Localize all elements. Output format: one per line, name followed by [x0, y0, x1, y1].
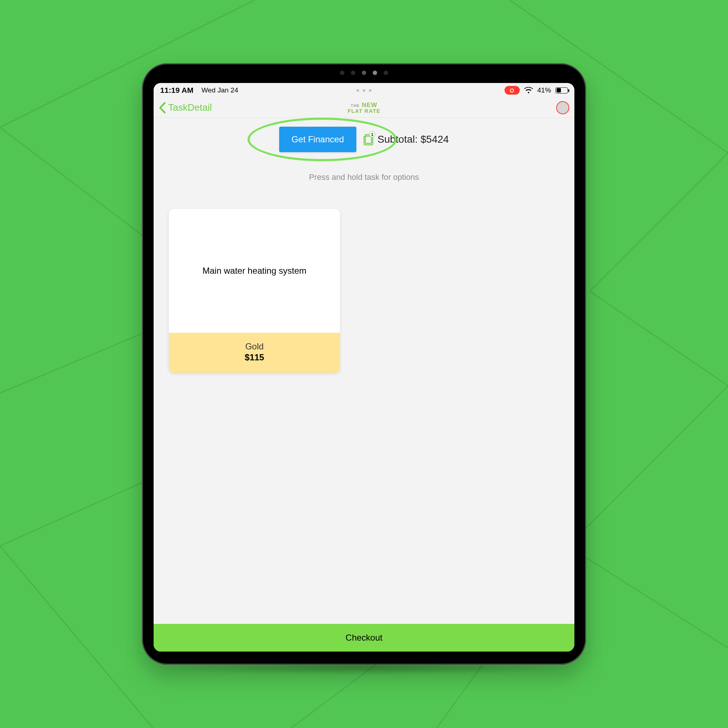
task-title: Main water heating system: [202, 266, 306, 276]
status-date: Wed Jan 24: [201, 86, 238, 94]
svg-line-10: [568, 546, 728, 648]
svg-line-3: [0, 546, 153, 728]
screen-record-indicator[interactable]: [505, 86, 520, 95]
nav-bar: TaskDetail THE NEW FLAT RATE: [154, 98, 574, 118]
chevron-left-icon: [159, 102, 166, 113]
subtotal-label: Subtotal: $5424: [378, 134, 449, 145]
screen: 11:19 AM Wed Jan 24 41% TaskDetai: [154, 83, 574, 652]
status-bar: 11:19 AM Wed Jan 24 41%: [154, 83, 574, 98]
task-tier: Gold: [169, 341, 340, 352]
task-card[interactable]: Main water heating system Gold $115: [169, 209, 340, 373]
device-sensor-dots: [142, 70, 586, 75]
battery-percent: 41%: [537, 86, 551, 94]
summary-row: Get Financed 1 Subtotal: $5424: [154, 127, 574, 152]
svg-line-8: [590, 291, 728, 386]
ipad-frame: 11:19 AM Wed Jan 24 41% TaskDetai: [142, 63, 586, 665]
back-label: TaskDetail: [168, 102, 212, 113]
cart-badge: 1: [369, 131, 375, 137]
checkout-button[interactable]: Checkout: [154, 624, 574, 652]
task-price: $115: [169, 352, 340, 362]
multitask-dots[interactable]: [357, 89, 372, 92]
svg-line-7: [590, 153, 728, 291]
profile-button[interactable]: [556, 101, 569, 114]
back-button[interactable]: TaskDetail: [159, 102, 212, 113]
battery-icon: [555, 87, 568, 93]
get-financed-button[interactable]: Get Financed: [279, 127, 356, 152]
wifi-icon: [524, 87, 533, 93]
svg-line-9: [568, 386, 728, 546]
cart-icon[interactable]: 1: [363, 133, 374, 145]
hint-text: Press and hold task for options: [154, 173, 574, 182]
content-area: Get Financed 1 Subtotal: $5424 Press and…: [154, 118, 574, 652]
app-logo: THE NEW FLAT RATE: [348, 102, 380, 113]
status-time: 11:19 AM: [160, 86, 193, 95]
task-card-footer: Gold $115: [169, 333, 340, 373]
